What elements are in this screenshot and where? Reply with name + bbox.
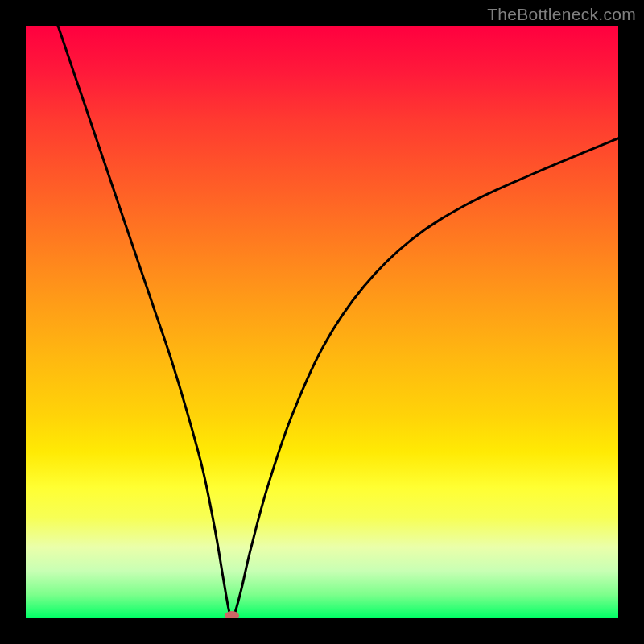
plot-area xyxy=(26,26,618,618)
watermark-text: TheBottleneck.com xyxy=(487,5,636,24)
bottleneck-marker xyxy=(225,611,239,618)
bottleneck-curve xyxy=(58,26,618,618)
chart-frame: TheBottleneck.com xyxy=(0,0,644,644)
plot-svg xyxy=(26,26,618,618)
